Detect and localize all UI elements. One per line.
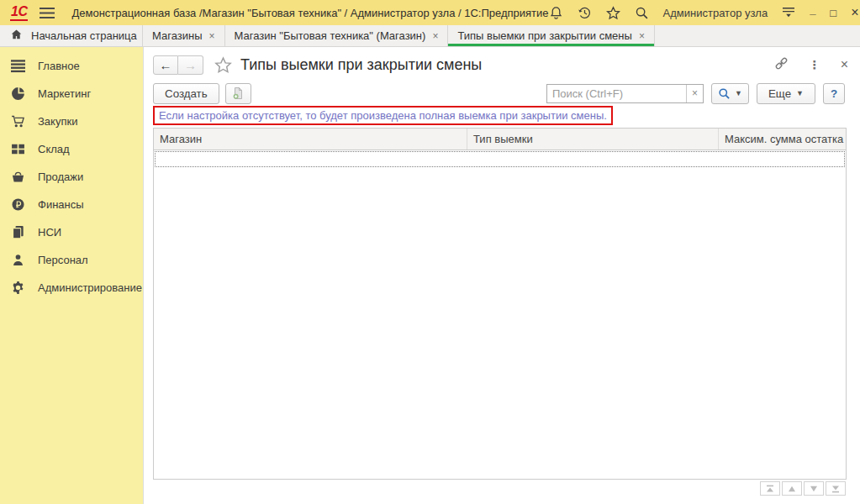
notice-annotation-box: Если настройка отсутствует, то будет про… <box>153 106 613 125</box>
form-area: ← → Типы выемки при закрытии смены ⋮ × С… <box>143 47 860 504</box>
person-icon <box>11 253 25 267</box>
gear-icon <box>11 281 25 295</box>
history-icon[interactable] <box>578 6 592 20</box>
sidebar-item-label: Маркетинг <box>38 87 91 100</box>
tab-label: Магазин "Бытовая техника" (Магазин) <box>235 29 426 42</box>
tab-shop-item[interactable]: Магазин "Бытовая техника" (Магазин) × <box>225 25 449 46</box>
tab-home-page[interactable]: Начальная страница <box>0 25 143 46</box>
search-input[interactable] <box>547 85 686 102</box>
table-header-row: Магазин Тип выемки Максим. сумма остатка <box>154 129 846 150</box>
notice-text: Если настройка отсутствует, то будет про… <box>159 109 607 122</box>
go-to-last-button[interactable] <box>826 481 846 496</box>
window-titlebar: 1С Демонстрационная база /Магазин "Бытов… <box>0 0 860 25</box>
column-header-max-balance[interactable]: Максим. сумма остатка <box>719 129 846 150</box>
sidebar-item-purchases[interactable]: Закупки <box>0 108 143 135</box>
list-toolbar: Создать × ▼ Еще ▼ ? <box>153 82 845 104</box>
tab-label: Магазины <box>152 29 203 42</box>
tab-label: Типы выемки при закрытии смены <box>457 29 631 42</box>
more-menu-icon[interactable]: ⋮ <box>809 58 820 71</box>
sidebar-item-label: Склад <box>38 143 70 155</box>
ruble-coin-icon <box>11 197 25 212</box>
grid-icon <box>11 142 25 156</box>
sidebar-item-finance[interactable]: Финансы <box>0 191 143 218</box>
sidebar-item-label: Продажи <box>38 171 83 183</box>
sidebar-item-main[interactable]: Главное <box>0 52 143 80</box>
more-actions-button[interactable]: Еще ▼ <box>757 83 815 104</box>
sidebar-item-warehouse[interactable]: Склад <box>0 135 143 163</box>
back-button[interactable]: ← <box>153 55 178 75</box>
minimize-button[interactable]: _ <box>810 8 815 12</box>
page-title: Типы выемки при закрытии смены <box>240 56 482 74</box>
sidebar-item-label: Персонал <box>38 254 88 266</box>
section-sidebar: Главное Маркетинг Закупки Склад Продажи … <box>0 47 143 504</box>
close-tab-icon[interactable]: × <box>209 30 215 42</box>
close-form-icon[interactable]: × <box>841 57 848 72</box>
clear-search-icon[interactable]: × <box>686 85 703 102</box>
sidebar-item-label: Главное <box>38 60 80 72</box>
menu-lines-icon <box>11 59 25 73</box>
sidebar-item-administration[interactable]: Администрирование <box>0 274 143 302</box>
create-button[interactable]: Создать <box>153 83 219 104</box>
chevron-down-icon: ▼ <box>796 89 804 97</box>
forward-button[interactable]: → <box>178 55 203 75</box>
form-header: ← → Типы выемки при закрытии смены ⋮ × <box>153 52 848 77</box>
sidebar-item-sales[interactable]: Продажи <box>0 163 143 191</box>
table-nav-buttons <box>758 481 846 496</box>
global-search-icon[interactable] <box>635 6 649 20</box>
home-icon <box>10 29 23 43</box>
1c-logo: 1С <box>10 4 28 22</box>
chevron-down-icon: ▼ <box>735 89 742 97</box>
arrow-down-icon <box>810 485 818 493</box>
reference-books-icon <box>11 225 25 239</box>
maximize-button[interactable]: □ <box>830 7 836 19</box>
sidebar-item-label: Администрирование <box>38 281 142 294</box>
tab-shops-list[interactable]: Магазины × <box>143 25 225 46</box>
go-up-button[interactable] <box>782 481 802 496</box>
shopping-cart-icon <box>11 114 25 129</box>
search-icon <box>718 87 731 100</box>
tab-bar: Начальная страница Магазины × Магазин "Б… <box>0 25 860 47</box>
close-tab-icon[interactable]: × <box>639 30 645 42</box>
arrow-top-icon <box>766 485 774 493</box>
favorites-star-icon[interactable] <box>606 6 620 20</box>
arrow-up-icon <box>788 485 796 493</box>
column-header-shop[interactable]: Магазин <box>154 129 467 150</box>
tab-withdrawal-types[interactable]: Типы выемки при закрытии смены × <box>448 25 655 46</box>
sidebar-item-label: НСИ <box>38 226 61 239</box>
go-down-button[interactable] <box>804 481 824 496</box>
pie-chart-icon <box>11 87 25 101</box>
sidebar-item-marketing[interactable]: Маркетинг <box>0 80 143 108</box>
get-link-icon[interactable] <box>774 56 789 73</box>
add-to-favorites-star-icon[interactable] <box>214 56 232 74</box>
current-user[interactable]: Администратор узла <box>663 7 768 19</box>
create-group-button[interactable] <box>225 83 251 104</box>
sidebar-item-label: Закупки <box>38 115 77 128</box>
app-title: Демонстрационная база /Магазин "Бытовая … <box>71 7 548 19</box>
sidebar-item-label: Финансы <box>38 198 84 211</box>
document-plus-icon <box>231 87 245 100</box>
basket-icon <box>11 170 25 184</box>
go-to-first-button[interactable] <box>760 481 780 496</box>
help-button[interactable]: ? <box>823 83 845 104</box>
more-actions-label: Еще <box>768 87 791 100</box>
close-window-button[interactable]: × <box>851 5 858 20</box>
notifications-bell-icon[interactable] <box>549 6 563 20</box>
arrow-bottom-icon <box>831 485 840 493</box>
close-tab-icon[interactable]: × <box>432 30 438 42</box>
panel-settings-icon[interactable] <box>782 7 795 18</box>
column-header-withdrawal-type[interactable]: Тип выемки <box>467 129 719 150</box>
empty-selection-row <box>155 151 845 167</box>
withdrawal-types-table: Магазин Тип выемки Максим. сумма остатка <box>153 128 847 480</box>
sidebar-item-nsi[interactable]: НСИ <box>0 218 143 246</box>
search-field-wrap: × <box>546 84 704 103</box>
sidebar-item-personnel[interactable]: Персонал <box>0 246 143 274</box>
main-menu-icon[interactable] <box>40 8 55 18</box>
tab-label: Начальная страница <box>31 29 137 42</box>
search-button[interactable]: ▼ <box>711 83 749 104</box>
